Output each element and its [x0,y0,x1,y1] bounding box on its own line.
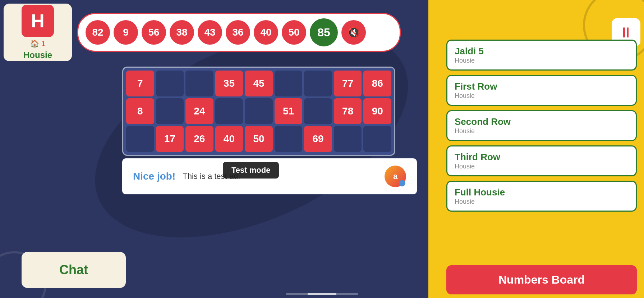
prize-title-full-housie: Full Housie [455,187,629,198]
prize-sub-full-housie: Housie [455,198,629,206]
ticket-area: 7 35 45 77 86 8 24 51 78 90 17 26 4 [122,67,395,156]
prize-title-jaldi5: Jaldi 5 [455,46,629,57]
number-ball-3: 38 [170,20,194,45]
scrollbar-thumb [308,293,336,295]
current-number-ball: 85 [310,18,338,46]
ticket-cell-0-2 [185,71,213,96]
chat-label: Chat [59,262,88,277]
ticket-cell-2-6: 69 [304,126,332,152]
ticket-cell-0-3: 35 [215,71,243,96]
ticket-cell-2-8 [363,126,391,152]
chat-button[interactable]: Chat [22,252,126,288]
ticket-cell-1-6 [304,98,332,124]
h-badge: H 🏠 1 Housie [4,4,72,61]
number-ball-2: 56 [142,20,166,45]
number-row: 82 9 56 38 43 36 40 50 85 🔇 [77,13,401,52]
ad-text: This is a test ad. [183,172,377,181]
ticket-cell-0-8: 86 [363,71,391,96]
prize-sub-first-row: Housie [455,92,629,100]
ticket-row-2: 8 24 51 78 90 [126,98,391,124]
number-ball-7: 50 [282,20,306,45]
ticket-cell-2-4: 50 [245,126,273,152]
ticket-cell-0-7: 77 [334,71,362,96]
ticket-row-1: 7 35 45 77 86 [126,71,391,96]
ticket-cell-2-5 [275,126,303,152]
ticket-cell-2-0 [126,126,154,152]
number-ball-4: 43 [198,20,222,45]
number-ball-1: 9 [114,20,138,45]
ticket-cell-2-1: 17 [156,126,184,152]
prize-card-jaldi5[interactable]: Jaldi 5 Housie [446,40,637,71]
numbers-board-label: Numbers Board [498,273,585,286]
player-info: 🏠 1 [30,39,45,48]
ticket-cell-1-8: 90 [363,98,391,124]
prize-title-first-row: First Row [455,81,629,92]
prize-card-first-row[interactable]: First Row Housie [446,75,637,106]
ticket-row-3: 17 26 40 50 69 [126,126,391,152]
ticket-cell-1-2: 24 [185,98,213,124]
prize-sub-jaldi5: Housie [455,57,629,64]
scrollbar [286,293,358,295]
prize-card-second-row[interactable]: Second Row Housie [446,110,637,141]
number-ball-5: 36 [226,20,250,45]
ticket-cell-0-6 [304,71,332,96]
bingo-ticket: 7 35 45 77 86 8 24 51 78 90 17 26 4 [122,67,395,156]
mute-button[interactable]: 🔇 [341,20,366,45]
prize-card-full-housie[interactable]: Full Housie Housie [446,181,637,212]
right-panel: Jaldi 5 Housie First Row Housie Second R… [446,4,637,294]
ticket-cell-2-2: 26 [185,126,213,152]
ad-nice-job: Nice job! [133,171,175,182]
ad-banner: Nice job! This is a test ad. a [122,158,417,194]
mute-icon: 🔇 [348,27,360,39]
ticket-cell-0-5 [275,71,303,96]
prize-card-third-row[interactable]: Third Row Housie [446,145,637,176]
numbers-board-button[interactable]: Numbers Board [446,265,637,294]
ticket-cell-0-1 [156,71,184,96]
h-icon: H [22,5,54,37]
ticket-cell-0-4: 45 [245,71,273,96]
ticket-cell-1-1 [156,98,184,124]
ticket-cell-1-0: 8 [126,98,154,124]
ticket-cell-1-5: 51 [275,98,303,124]
prize-sub-second-row: Housie [455,127,629,135]
ticket-cell-1-4 [245,98,273,124]
ticket-cell-0-0: 7 [126,71,154,96]
ad-logo: a [385,166,406,187]
ticket-cell-2-3: 40 [215,126,243,152]
house-icon: 🏠 [30,39,39,48]
ticket-cell-2-7 [334,126,362,152]
ticket-cell-1-7: 78 [334,98,362,124]
housie-label: Housie [23,50,52,60]
ticket-cell-1-3 [215,98,243,124]
prize-sub-third-row: Housie [455,163,629,170]
prize-title-third-row: Third Row [455,152,629,163]
number-ball-0: 82 [86,20,110,45]
prize-title-second-row: Second Row [455,116,629,127]
number-ball-6: 40 [254,20,278,45]
